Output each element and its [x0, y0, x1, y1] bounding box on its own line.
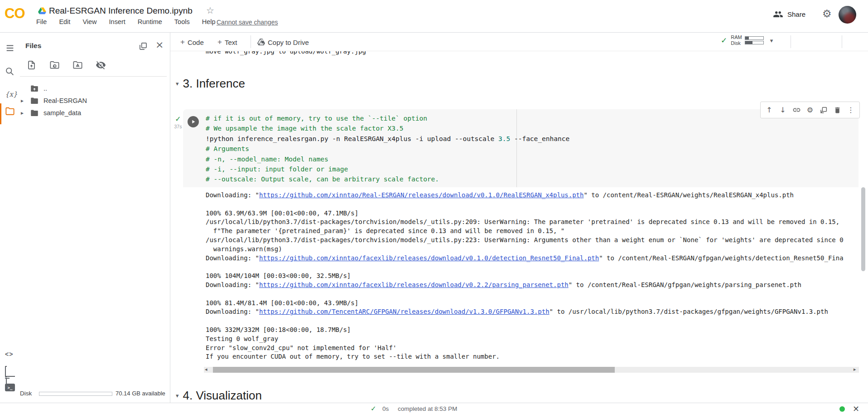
- share-label: Share: [787, 10, 805, 18]
- upload-file-icon[interactable]: [26, 60, 37, 71]
- user-avatar[interactable]: [839, 6, 856, 24]
- status-completed-text: completed at 8:53 PM: [398, 405, 457, 412]
- table-of-contents-icon[interactable]: [5, 43, 15, 53]
- disk-usage-label: Disk: [20, 390, 32, 397]
- colab-logo-icon[interactable]: CO: [5, 5, 25, 22]
- mount-drive-icon[interactable]: [72, 60, 83, 71]
- notebook-title[interactable]: Real-ESRGAN Inference Demo.ipynb: [49, 6, 193, 16]
- scroll-left-arrow-icon[interactable]: ◂: [205, 366, 207, 372]
- mirror-cell-in-tab-icon[interactable]: [819, 105, 829, 116]
- settings-gear-icon[interactable]: ⚙: [822, 8, 832, 19]
- output-line: Downloading: "https://github.com/xinntao…: [206, 254, 858, 263]
- move-cell-up-icon[interactable]: ↑: [764, 105, 774, 116]
- collapse-section-icon[interactable]: ▾: [176, 80, 179, 87]
- share-button[interactable]: Share: [773, 10, 805, 18]
- search-icon[interactable]: [5, 67, 15, 77]
- code-line[interactable]: # if it is out of memory, try to use the…: [206, 113, 569, 123]
- tree-label[interactable]: Real-ESRGAN: [43, 97, 87, 104]
- copy-to-drive-label: Copy to Drive: [268, 39, 309, 46]
- close-status-bar-icon[interactable]: ×: [853, 404, 859, 413]
- tree-label[interactable]: sample_data: [43, 109, 81, 117]
- move-cell-down-icon[interactable]: ↓: [778, 105, 788, 116]
- ram-label: RAM: [731, 34, 742, 40]
- status-exec-time: 0s: [382, 405, 389, 412]
- output-line: /usr/local/lib/python3.7/dist-packages/t…: [206, 218, 858, 227]
- add-code-button[interactable]: + Code: [180, 36, 204, 48]
- open-panel-in-tab-icon[interactable]: [139, 42, 149, 52]
- star-icon[interactable]: ☆: [206, 5, 214, 16]
- variables-icon[interactable]: {x}: [5, 90, 15, 100]
- code-line[interactable]: # We upsample the image with the scale f…: [206, 123, 569, 133]
- connection-status-dot: [839, 406, 845, 412]
- run-cell-button[interactable]: [188, 116, 199, 127]
- active-panel-indicator: [0, 103, 1, 124]
- download-link[interactable]: https://github.com/xinntao/facexlib/rele…: [259, 281, 569, 288]
- folder-icon: [30, 97, 39, 105]
- download-link[interactable]: https://github.com/xinntao/facexlib/rele…: [259, 254, 599, 262]
- close-panel-icon[interactable]: ×: [155, 40, 165, 50]
- tree-row-real-esrgan[interactable]: ▸ Real-ESRGAN: [17, 96, 167, 107]
- output-line: 100% 81.4M/81.4M [00:01<00:00, 43.9MB/s]: [206, 299, 858, 308]
- add-text-label: Text: [225, 39, 237, 46]
- output-line: Downloading: "https://github.com/Tencent…: [206, 307, 858, 317]
- save-status-link[interactable]: Cannot save changes: [217, 19, 278, 26]
- menu-help[interactable]: Help: [202, 18, 216, 25]
- menu-runtime[interactable]: Runtime: [138, 18, 162, 25]
- expand-caret-icon[interactable]: ▸: [21, 110, 24, 116]
- collapse-section-icon[interactable]: ▾: [176, 392, 179, 399]
- header: CO Real-ESRGAN Inference Demo.ipynb ☆ Fi…: [0, 0, 868, 33]
- code-snippets-icon[interactable]: <>: [5, 351, 15, 360]
- folder-icon: [30, 109, 39, 117]
- output-line: 100% 104M/104M [00:03<00:00, 32.5MB/s]: [206, 272, 858, 281]
- output-line: [206, 200, 858, 209]
- hide-hidden-files-icon[interactable]: [96, 60, 106, 71]
- section-heading-visualization: ▾ 4. Visualization: [176, 389, 262, 403]
- code-line[interactable]: # -n, --model_name: Model names: [206, 154, 569, 164]
- output-line: warnings.warn(msg): [206, 245, 858, 254]
- link-to-cell-icon[interactable]: [791, 105, 801, 116]
- menu-edit[interactable]: Edit: [59, 18, 70, 25]
- previous-cell-output-clipped: move wolf_gray.jpg to upload/wolf_gray.j…: [206, 51, 366, 55]
- section-title: 4. Visualization: [183, 389, 262, 403]
- command-palette-icon[interactable]: [5, 368, 15, 378]
- notebook-vscrollbar-thumb[interactable]: [861, 187, 865, 271]
- cell-settings-gear-icon[interactable]: ⚙: [805, 105, 815, 116]
- code-line[interactable]: # --outscale: Output scale, can be arbit…: [206, 174, 569, 184]
- output-line: Testing 0 wolf_gray: [206, 335, 858, 344]
- refresh-files-icon[interactable]: [49, 60, 60, 71]
- code-line[interactable]: # Arguments: [206, 144, 569, 154]
- menu-insert[interactable]: Insert: [109, 18, 125, 25]
- output-line: Downloading: "https://github.com/xinntao…: [206, 191, 858, 200]
- expand-caret-icon[interactable]: ▸: [21, 97, 24, 104]
- disk-usage-bar: [745, 41, 764, 44]
- folder-up-icon: [30, 84, 39, 93]
- download-link[interactable]: https://github.com/xinntao/Real-ESRGAN/r…: [259, 191, 583, 199]
- add-text-button[interactable]: + Text: [217, 36, 237, 48]
- menu-view[interactable]: View: [82, 18, 96, 25]
- section-heading-inference: ▾ 3. Inference: [176, 77, 245, 91]
- delete-cell-icon[interactable]: [832, 105, 842, 116]
- resources-gauge[interactable]: ✓ RAM Disk ▾: [721, 34, 773, 46]
- file-actions-row: [26, 60, 106, 71]
- menu-tools[interactable]: Tools: [174, 18, 190, 25]
- resources-dropdown-icon[interactable]: ▾: [770, 37, 773, 44]
- code-line[interactable]: !python inference_realesrgan.py -n RealE…: [206, 134, 569, 144]
- scroll-right-arrow-icon[interactable]: ▸: [854, 366, 856, 372]
- tree-row-sample-data[interactable]: ▸ sample_data: [17, 108, 167, 120]
- tree-label[interactable]: ..: [43, 85, 47, 92]
- code-editor-lines[interactable]: # if it is out of memory, try to use the…: [206, 113, 569, 185]
- notebook-content: move wolf_gray.jpg to upload/wolf_gray.j…: [170, 51, 868, 403]
- copy-to-drive-button[interactable]: Copy to Drive: [257, 36, 309, 48]
- panel-divider: [20, 76, 167, 77]
- files-panel-icon[interactable]: [5, 107, 15, 117]
- tree-row-parent-dir[interactable]: ..: [17, 83, 167, 95]
- more-cell-actions-icon[interactable]: ⋮: [846, 105, 856, 116]
- output-line: [206, 290, 858, 299]
- output-line: Downloading: "https://github.com/xinntao…: [206, 281, 858, 290]
- menu-file[interactable]: File: [36, 18, 47, 25]
- output-line: /usr/local/lib/python3.7/dist-packages/t…: [206, 236, 858, 245]
- download-link[interactable]: https://github.com/TencentARC/GFPGAN/rel…: [259, 308, 550, 315]
- output-line: Error "slow_conv2d_cpu" not implemented …: [206, 344, 858, 353]
- output-hscrollbar-thumb[interactable]: [213, 367, 615, 373]
- code-line[interactable]: # -i, --input: input folder or image: [206, 164, 569, 174]
